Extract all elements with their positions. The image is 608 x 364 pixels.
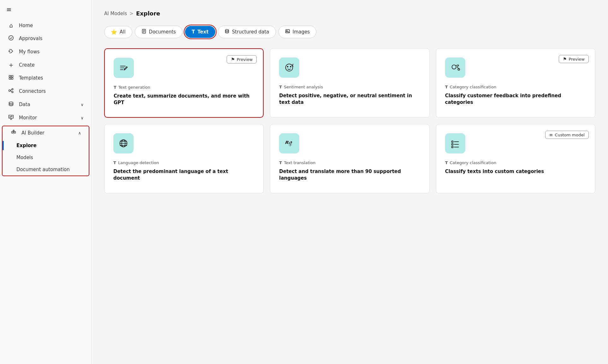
- monitor-icon: [8, 114, 15, 121]
- svg-rect-5: [11, 78, 13, 79]
- sidebar-item-myflows[interactable]: My flows: [0, 45, 91, 58]
- ai-builder-chevron-icon: ∧: [78, 131, 81, 135]
- preview-badge-label: Preview: [569, 57, 585, 62]
- card-type: T Text generation: [114, 85, 254, 90]
- sidebar: ≡ ⌂ Home Approvals My flows: [0, 0, 92, 364]
- flows-icon: [8, 48, 15, 55]
- sidebar-item-approvals[interactable]: Approvals: [0, 32, 91, 45]
- ai-builder-section: AI Builder ∧ Explore Models Document aut…: [2, 126, 89, 176]
- sidebar-item-monitor[interactable]: Monitor ∨: [0, 111, 91, 124]
- sidebar-item-label: Connectors: [19, 88, 46, 94]
- data-chevron-icon: ∨: [80, 102, 84, 107]
- tab-structured-data[interactable]: Structured data: [218, 26, 276, 38]
- sidebar-item-label: AI Builder: [21, 130, 45, 136]
- structured-data-tab-icon: [224, 29, 229, 35]
- svg-text:字: 字: [289, 143, 292, 146]
- sidebar-item-document-automation[interactable]: Document automation: [3, 164, 89, 176]
- preview-badge-icon: ⚑: [231, 57, 235, 62]
- card-type: T Category classification: [445, 160, 586, 165]
- tab-text[interactable]: T Text: [185, 26, 215, 38]
- card-sentiment-analysis[interactable]: T Sentiment analysis Detect positive, ne…: [270, 48, 429, 118]
- hamburger-icon[interactable]: ≡: [6, 6, 12, 13]
- card-title: Detect and translate more than 90 suppor…: [279, 168, 420, 182]
- tab-documents[interactable]: Documents: [135, 26, 183, 38]
- cards-grid: ⚑ Preview T Text generation Create text,…: [104, 48, 595, 194]
- sidebar-item-home[interactable]: ⌂ Home: [0, 19, 91, 32]
- sidebar-item-create[interactable]: + Create: [0, 58, 91, 71]
- tab-all[interactable]: ⭐ All: [104, 26, 132, 38]
- sidebar-header: ≡: [0, 0, 91, 16]
- sidebar-sub-label: Explore: [16, 143, 37, 148]
- images-tab-icon: [285, 29, 290, 35]
- breadcrumb-separator: >: [129, 11, 134, 16]
- card-type: T Sentiment analysis: [279, 85, 420, 89]
- svg-rect-12: [14, 131, 16, 133]
- card-type-label: Category classification: [450, 160, 497, 165]
- sidebar-item-label: Templates: [19, 75, 43, 81]
- card-icon-wrap: [279, 57, 299, 78]
- approvals-icon: [8, 35, 15, 42]
- svg-point-8: [12, 91, 13, 93]
- card-language-detection[interactable]: T Language detection Detect the predomin…: [104, 124, 264, 194]
- card-title: Classify texts into custom categories: [445, 168, 586, 175]
- svg-point-19: [287, 66, 288, 67]
- card-type-label: Category classification: [450, 85, 497, 89]
- svg-point-21: [452, 65, 456, 69]
- tab-images[interactable]: Images: [278, 26, 317, 38]
- sidebar-item-label: Create: [19, 62, 35, 68]
- text-type-icon: T: [113, 160, 116, 165]
- sidebar-item-label: My flows: [19, 49, 39, 55]
- ai-builder-icon: [10, 129, 17, 136]
- sidebar-item-label: Home: [19, 23, 33, 28]
- svg-rect-11: [12, 131, 13, 133]
- sidebar-item-label: Approvals: [19, 36, 42, 41]
- card-type: T Language detection: [113, 160, 254, 165]
- svg-text:A: A: [285, 140, 289, 145]
- card-type: T Text translation: [279, 160, 420, 165]
- sidebar-item-data[interactable]: Data ∨: [0, 98, 91, 111]
- card-title: Create text, summarize documents, and mo…: [114, 93, 254, 106]
- svg-rect-29: [451, 144, 453, 145]
- sidebar-item-templates[interactable]: Templates: [0, 71, 91, 85]
- card-icon-wrap: [445, 57, 465, 78]
- svg-rect-31: [451, 146, 453, 148]
- card-text-generation[interactable]: ⚑ Preview T Text generation Create text,…: [104, 48, 264, 118]
- sidebar-item-ai-builder[interactable]: AI Builder ∧: [3, 126, 89, 140]
- svg-rect-2: [9, 75, 11, 77]
- card-icon-wrap: [113, 133, 134, 153]
- sidebar-sub-label: Models: [16, 155, 33, 160]
- preview-badge[interactable]: ⚑ Preview: [559, 55, 589, 63]
- card-custom-category[interactable]: ≡ Custom model T Category classification…: [436, 124, 595, 194]
- sidebar-item-label: Data: [19, 102, 30, 107]
- card-category-classification[interactable]: ⚑ Preview T Category classification Clas…: [436, 48, 595, 118]
- sidebar-item-models[interactable]: Models: [3, 152, 89, 164]
- sidebar-item-explore[interactable]: Explore: [3, 140, 89, 152]
- sidebar-sub-label: Document automation: [16, 167, 70, 172]
- data-icon: [8, 101, 15, 108]
- text-type-icon: T: [445, 160, 448, 165]
- tabs-bar: ⭐ All Documents T Text: [104, 26, 595, 38]
- svg-point-20: [290, 66, 291, 67]
- svg-point-15: [225, 29, 229, 31]
- all-tab-icon: ⭐: [111, 29, 117, 35]
- card-icon-wrap: [445, 133, 465, 153]
- monitor-chevron-icon: ∨: [80, 116, 84, 120]
- card-title: Detect positive, negative, or neutral se…: [279, 92, 420, 106]
- preview-badge-icon: ⚑: [563, 57, 567, 62]
- main-content: AI Models > Explore ⭐ All Documents T: [92, 0, 608, 364]
- preview-badge[interactable]: ⚑ Preview: [227, 55, 257, 63]
- home-icon: ⌂: [8, 22, 15, 29]
- documents-tab-icon: [141, 29, 146, 35]
- sidebar-navigation: ⌂ Home Approvals My flows + C: [0, 16, 91, 179]
- card-type-label: Sentiment analysis: [284, 85, 323, 89]
- card-type-label: Text generation: [118, 85, 150, 90]
- custom-model-badge[interactable]: ≡ Custom model: [545, 131, 589, 139]
- breadcrumb-parent[interactable]: AI Models: [104, 11, 127, 16]
- card-type-label: Language detection: [118, 160, 159, 165]
- card-text-translation[interactable]: A 字 T Text translation Detect and transl…: [270, 124, 429, 194]
- text-type-icon: T: [279, 85, 282, 89]
- card-type-label: Text translation: [284, 160, 315, 165]
- sidebar-item-connectors[interactable]: Connectors: [0, 85, 91, 98]
- svg-point-0: [9, 36, 13, 40]
- text-type-icon: T: [279, 160, 282, 165]
